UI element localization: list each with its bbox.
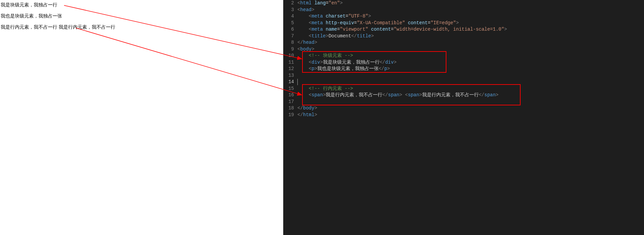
line-number: 14 bbox=[283, 79, 294, 86]
preview-span-2: 我是行内元素，我不占一行 bbox=[59, 24, 115, 30]
line-number: 5 bbox=[283, 20, 294, 27]
code-line[interactable]: </body> bbox=[297, 105, 644, 112]
code-area[interactable]: <html lang="en"> <head> <meta charset="U… bbox=[297, 0, 644, 235]
code-line[interactable]: <meta name="viewport" content="width=dev… bbox=[297, 26, 644, 33]
line-number-gutter: 2 3 4 5 6 7 8 9 10 11 12 13 14 15 16 17 … bbox=[283, 0, 297, 235]
line-number: 2 bbox=[283, 0, 294, 7]
line-number: 10 bbox=[283, 53, 294, 59]
code-line[interactable]: <body> bbox=[297, 46, 644, 53]
preview-inline-wrap: 我是行内元素，我不占一行 我是行内元素，我不占一行 bbox=[1, 24, 283, 31]
preview-div-text: 我是块级元素，我独占一行 bbox=[1, 1, 283, 8]
code-line[interactable]: <span>我是行内元素，我不占一行</span> <span>我是行内元素，我… bbox=[297, 92, 644, 99]
line-number: 6 bbox=[283, 26, 294, 33]
code-line[interactable] bbox=[297, 72, 644, 79]
code-line[interactable]: <head> bbox=[297, 7, 644, 13]
line-number: 13 bbox=[283, 72, 294, 79]
line-number: 12 bbox=[283, 66, 294, 72]
code-line[interactable] bbox=[297, 99, 644, 105]
code-line[interactable]: <meta http-equiv="X-UA-Compatible" conte… bbox=[297, 20, 644, 27]
text-cursor bbox=[297, 79, 298, 85]
line-number: 3 bbox=[283, 7, 294, 13]
code-line[interactable]: <html lang="en"> bbox=[297, 0, 644, 7]
code-editor[interactable]: 2 3 4 5 6 7 8 9 10 11 12 13 14 15 16 17 … bbox=[283, 0, 644, 235]
code-line[interactable]: <!-- 行内元素 --> bbox=[297, 86, 644, 92]
preview-p-text: 我也是块级元素，我独占一张 bbox=[1, 12, 283, 20]
line-number: 16 bbox=[283, 92, 294, 99]
code-line[interactable]: <meta charset="UTF-8"> bbox=[297, 13, 644, 20]
browser-preview-pane: 我是块级元素，我独占一行 我也是块级元素，我独占一张 我是行内元素，我不占一行 … bbox=[0, 0, 283, 235]
line-number: 7 bbox=[283, 33, 294, 40]
line-number: 4 bbox=[283, 13, 294, 20]
code-line[interactable]: <title>Document</title> bbox=[297, 33, 644, 40]
code-line[interactable] bbox=[297, 79, 644, 86]
line-number: 8 bbox=[283, 39, 294, 46]
preview-span-1: 我是行内元素，我不占一行 bbox=[1, 24, 57, 30]
code-line[interactable]: </html> bbox=[297, 112, 644, 119]
code-line[interactable]: </head> bbox=[297, 39, 644, 46]
line-number: 15 bbox=[283, 86, 294, 92]
line-number: 9 bbox=[283, 46, 294, 53]
code-line[interactable]: <!-- 块级元素 --> bbox=[297, 53, 644, 59]
line-number: 11 bbox=[283, 59, 294, 66]
code-line[interactable]: <p>我也是块级元素，我独占一张</p> bbox=[297, 66, 644, 72]
line-number: 17 bbox=[283, 99, 294, 105]
code-line[interactable]: <div>我是块级元素，我独占一行</div> bbox=[297, 59, 644, 66]
line-number: 18 bbox=[283, 105, 294, 112]
line-number: 19 bbox=[283, 112, 294, 119]
